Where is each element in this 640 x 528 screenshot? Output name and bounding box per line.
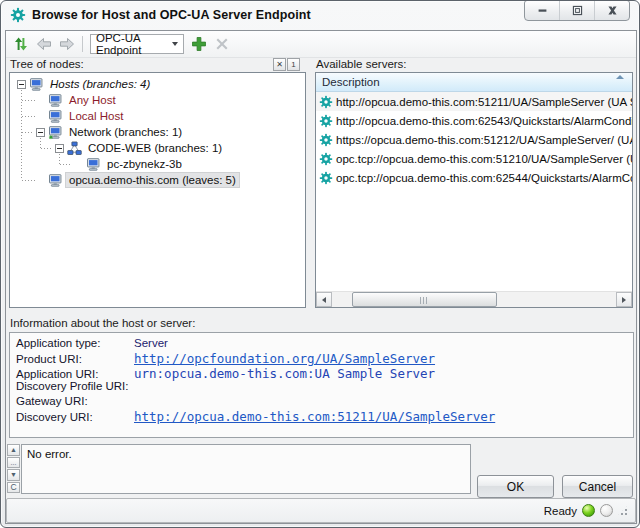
server-list-item[interactable]: http://opcua.demo-this.com:51211/UA/Samp… [316,92,632,111]
dialog-client-area: OPC-UA Endpoint Tree of nodes: ✕ 1 Avail… [5,30,637,524]
expander-slot [35,95,46,106]
expand-level-button[interactable]: 1 [287,58,300,71]
delete-button[interactable] [214,36,230,52]
server-gear-icon [319,152,333,166]
info-row: Application type: Server [16,337,633,351]
horizontal-scrollbar[interactable] [316,291,632,307]
host-server-info-panel: Application type: Server Product URI: ht… [9,332,634,438]
computer-icon [48,109,63,124]
expander-slot [35,175,46,186]
refresh-button[interactable] [13,36,29,52]
chevron-down-icon [172,42,178,46]
server-gear-icon [319,133,333,147]
toolbar: OPC-UA Endpoint [6,31,636,58]
minimize-icon [536,4,549,17]
cancel-button[interactable]: Cancel [562,475,633,498]
scrollbar-track[interactable] [332,292,616,307]
arrow-right-icon [622,297,626,303]
tree-node-any-host[interactable]: Any Host [10,92,305,108]
computer-icon [48,173,63,188]
expander-slot [16,79,27,90]
collapse-all-button[interactable]: ✕ [273,58,286,71]
maximize-button[interactable] [560,1,595,20]
server-list-item[interactable]: http://opcua.demo-this.com:62543/Quickst… [316,111,632,130]
minimize-button[interactable] [525,1,560,20]
discovery-uri-link[interactable]: http://opcua.demo-this.com:51211/UA/Samp… [134,409,495,424]
server-gear-icon [319,171,333,185]
server-list-item[interactable]: opc.tcp://opcua.demo-this.com:62544/Quic… [316,168,632,187]
info-panel-label: Information about the host or server: [10,317,195,329]
expander-slot [35,127,46,138]
sort-ascending-icon [616,75,624,79]
back-button[interactable] [36,36,52,52]
status-text: Ready [544,505,577,517]
expander-slot [73,159,84,170]
collapse-expander-icon[interactable] [36,128,45,137]
scrollbar-thumb[interactable] [352,292,497,307]
info-row: Discovery Profile URI: [16,380,633,394]
window-title: Browse for Host and OPC-UA Server Endpoi… [32,8,311,22]
scroll-left-button[interactable] [316,292,332,307]
scroll-down-button[interactable]: ▼ [7,469,20,481]
toolbar-separator [82,36,83,52]
forward-button[interactable] [59,36,75,52]
collapse-expander-icon[interactable] [17,80,26,89]
expander-slot [54,143,65,154]
info-row: Discovery URI: http://opcua.demo-this.co… [16,409,633,423]
expander-slot [35,111,46,122]
details-button[interactable]: ... [7,457,20,469]
info-row: Application URI: urn:opcua.demo-this.com… [16,366,633,380]
add-button[interactable] [191,36,207,52]
error-panel-toolbar: ▲ ... ▼ C [7,444,21,493]
server-list-item[interactable]: https://opcua.demo-this.com:51212/UA/Sam… [316,130,632,149]
tree-node-pc-zbynekz-3b[interactable]: pc-zbynekz-3b [10,156,305,172]
status-bar: Ready [6,498,636,523]
tree-panel-label: Tree of nodes: [10,58,84,70]
workgroup-icon [67,141,82,156]
info-row: Product URI: http://opcfoundation.org/UA… [16,351,633,365]
close-icon [606,4,619,17]
error-text: No error. [27,448,72,460]
server-gear-icon [319,114,333,128]
tree-node-opcua-demo-this[interactable]: opcua.demo-this.com (leaves: 5) [10,172,305,188]
scroll-right-button[interactable] [616,292,632,307]
close-button[interactable] [595,1,629,20]
maximize-icon [571,4,584,17]
servers-panel-label: Available servers: [316,58,407,70]
endpoint-type-combobox[interactable]: OPC-UA Endpoint [90,34,184,54]
application-type-value: Server [134,337,168,349]
ok-button[interactable]: OK [477,475,554,498]
collapse-expander-icon[interactable] [55,144,64,153]
scroll-up-button[interactable]: ▲ [7,444,20,456]
dialog-window: Browse for Host and OPC-UA Server Endpoi… [0,0,640,528]
available-servers-list[interactable]: Description http://opcua.demo-this.com:5… [315,72,633,308]
computer-icon [48,93,63,108]
tree-of-nodes[interactable]: Hosts (branches: 4) Any Host Local Host … [9,72,306,308]
endpoint-type-value: OPC-UA Endpoint [96,32,172,56]
server-gear-icon [319,95,333,109]
error-message-box: No error. [21,444,471,494]
tree-node-local-host[interactable]: Local Host [10,108,305,124]
app-gear-icon [10,7,26,23]
window-controls [524,0,630,21]
server-list-item[interactable]: opc.tcp://opcua.demo-this.com:51210/UA/S… [316,149,632,168]
tree-node-code-web[interactable]: CODE-WEB (branches: 1) [10,140,305,156]
computer-icon [86,157,101,172]
tree-toolbar: ✕ 1 [273,58,300,71]
clear-button[interactable]: C [7,482,20,494]
arrow-left-icon [322,297,326,303]
tree-node-network[interactable]: Network (branches: 1) [10,124,305,140]
resize-grip[interactable] [618,506,628,516]
title-bar[interactable]: Browse for Host and OPC-UA Server Endpoi… [1,1,639,30]
status-light-gray-icon [600,504,613,517]
description-column-header[interactable]: Description [316,73,632,92]
status-light-green-icon [582,504,595,517]
network-icon [48,125,63,140]
application-uri-value: urn:opcua.demo-this.com:UA Sample Server [134,366,435,381]
tree-node-hosts[interactable]: Hosts (branches: 4) [10,76,305,92]
product-uri-link[interactable]: http://opcfoundation.org/UA/SampleServer [134,351,435,366]
computer-icon [29,77,44,92]
info-row: Gateway URI: [16,395,633,409]
